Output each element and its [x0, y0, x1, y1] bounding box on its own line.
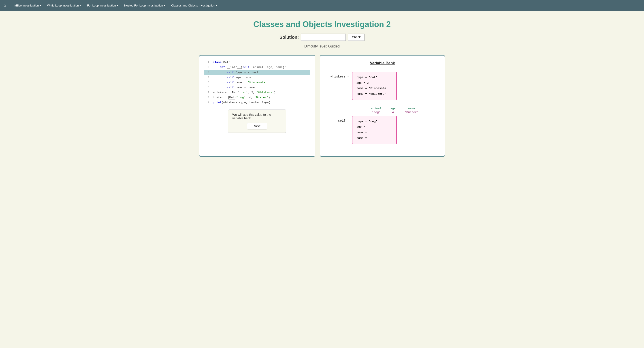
param-animal-label: animal [371, 107, 382, 110]
self-entry-4: name = [356, 136, 392, 141]
panels-container: 1 class Pet: 2 def __init__(self, animal… [0, 55, 644, 166]
self-box: type = 'dog' age = home = name = [352, 116, 397, 144]
whiskers-entry-2: age = 2 [356, 80, 392, 86]
whiskers-entry-3: home = 'Minnesota' [356, 86, 392, 91]
code-line-1: 1 class Pet: [204, 60, 310, 65]
line-number: 5 [204, 80, 209, 85]
nav-item-forloop[interactable]: For Loop Investigation ▾ [84, 0, 121, 11]
code-line-7: 7 whiskers = Pet('cat', 2, 'Whiskers') [204, 90, 310, 95]
code-line-8: 8 buster = Pet('dog', 4, 'Buster') [204, 95, 310, 100]
line-number: 8 [204, 95, 209, 100]
home-icon[interactable]: ⌂ [4, 3, 6, 8]
whiskers-box: type = 'cat' age = 2 home = 'Minnesota' … [352, 72, 397, 100]
code-block: 1 class Pet: 2 def __init__(self, animal… [204, 60, 310, 105]
code-text: buster = Pet('dog', 4, 'Buster') [213, 95, 270, 100]
line-number: 4 [204, 75, 209, 80]
self-label: self = [327, 116, 349, 123]
difficulty-label: Difficulty level: Guided [0, 44, 644, 48]
chevron-down-icon: ▾ [80, 4, 81, 7]
nav-item-classes[interactable]: Classes and Objects Investigation ▾ [168, 0, 220, 11]
next-button[interactable]: Next [247, 123, 268, 129]
self-entry-1: type = 'dog' [356, 119, 392, 125]
line-number: 2 [204, 65, 209, 70]
whiskers-row: whiskers = type = 'cat' age = 2 home = '… [327, 72, 438, 100]
whiskers-entry-4: name = 'Whiskers' [356, 91, 392, 97]
code-text: self.age = age [213, 75, 251, 80]
code-line-2: 2 def __init__(self, animal, age, name): [204, 65, 310, 70]
code-text: self.name = name [213, 85, 255, 90]
nav-item-while[interactable]: While Loop Investigation ▾ [44, 0, 84, 11]
param-name-value: 'Buster' [404, 111, 418, 114]
page-title: Classes and Objects Investigation 2 [0, 11, 644, 34]
solution-input[interactable] [301, 34, 346, 41]
line-number: 3 [204, 70, 209, 75]
param-name: name 'Buster' [404, 107, 418, 114]
code-text: class Pet: [213, 60, 230, 65]
tooltip-box: We will add this value to the variable b… [228, 110, 286, 133]
tooltip-text: We will add this value to the variable b… [232, 113, 282, 120]
chevron-down-icon: ▾ [40, 4, 41, 7]
line-number: 7 [204, 90, 209, 95]
self-entry-3: home = [356, 130, 392, 136]
line-number: 1 [204, 60, 209, 65]
nav-item-nested[interactable]: Nested For Loop Investigation ▾ [121, 0, 168, 11]
code-text: print(whiskers.type, buster.type) [213, 100, 270, 105]
solution-row: Solution: Check [0, 34, 644, 41]
nav-item-ifelse[interactable]: If/Else Investigation ▾ [10, 0, 44, 11]
code-line-4: 4 self.age = age [204, 75, 310, 80]
chevron-down-icon: ▾ [164, 4, 165, 7]
line-number: 9 [204, 100, 209, 105]
param-age-value: 4 [392, 111, 394, 114]
param-animal-value: 'dog' [372, 111, 381, 114]
self-row: self = type = 'dog' age = home = name = [327, 116, 438, 144]
param-animal: animal 'dog' [371, 107, 382, 114]
self-entry-2: age = [356, 124, 392, 130]
chevron-down-icon: ▾ [117, 4, 118, 7]
code-line-6: 6 self.name = name [204, 85, 310, 90]
param-age: age 4 [390, 107, 396, 114]
code-line-5: 5 self.home = 'Minnesota' [204, 80, 310, 85]
line-number: 6 [204, 85, 209, 90]
navbar: ⌂ If/Else Investigation ▾ While Loop Inv… [0, 0, 644, 11]
code-text: def __init__(self, animal, age, name): [213, 65, 286, 70]
code-text: self.home = 'Minnesota' [213, 80, 267, 85]
chevron-down-icon: ▾ [216, 4, 217, 7]
solution-label: Solution: [280, 35, 299, 40]
param-age-label: age [390, 107, 396, 110]
whiskers-label: whiskers = [327, 72, 349, 78]
variable-bank-title: Variable Bank [327, 61, 438, 65]
variable-bank-panel: Variable Bank whiskers = type = 'cat' ag… [320, 55, 445, 157]
code-text: whiskers = Pet('cat', 2, 'Whiskers') [213, 90, 276, 95]
check-button[interactable]: Check [348, 34, 364, 41]
whiskers-entry-1: type = 'cat' [356, 75, 392, 80]
code-line-3: 3 self.type = animal [204, 70, 310, 75]
code-panel: 1 class Pet: 2 def __init__(self, animal… [199, 55, 315, 157]
param-row: animal 'dog' age 4 name 'Buster' [352, 107, 438, 114]
code-line-9: 9 print(whiskers.type, buster.type) [204, 100, 310, 105]
param-name-label: name [408, 107, 415, 110]
code-text: self.type = animal [213, 70, 258, 75]
